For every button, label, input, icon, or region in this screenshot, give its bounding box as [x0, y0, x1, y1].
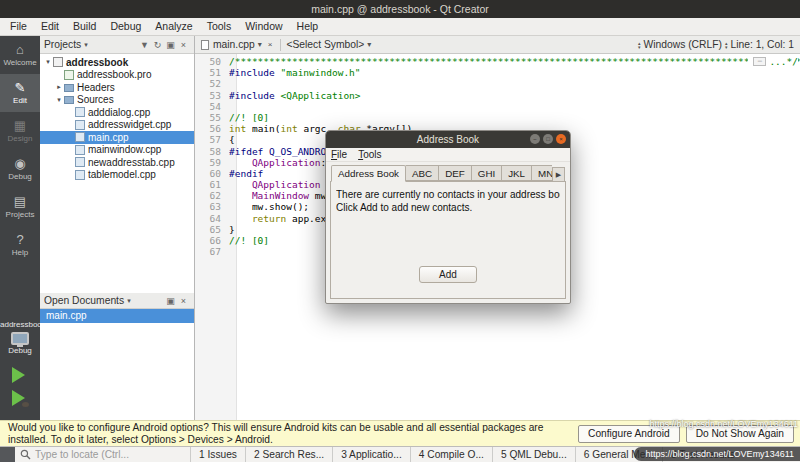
close-pane-icon[interactable]: × — [177, 38, 190, 52]
tree-item-label: addressbook — [66, 57, 128, 68]
expander-icon[interactable]: ▾ — [54, 96, 64, 104]
code-line-50[interactable]: 50/*************************************… — [195, 56, 800, 67]
mode-design[interactable]: ▦Design — [0, 112, 40, 150]
symbol-selector[interactable]: <Select Symbol> — [286, 39, 364, 50]
close-pane-icon[interactable]: × — [177, 294, 190, 308]
tree-item-headers[interactable]: ▸Headers — [40, 81, 194, 94]
mode-welcome[interactable]: ⌂Welcome — [0, 36, 40, 74]
tab-scroll-right-icon[interactable]: ▶ — [552, 167, 565, 182]
code-line-51[interactable]: 51#include "mainwindow.h" — [195, 67, 800, 78]
open-document-main-cpp[interactable]: main.cpp — [40, 309, 194, 323]
line-number: 65 — [195, 224, 229, 235]
filter-icon[interactable]: ▼ — [138, 38, 151, 52]
line-ending-selector[interactable]: Windows (CRLF) — [644, 39, 722, 50]
line-overflow-indicator: — ...*/ — [748, 56, 798, 67]
sync-icon[interactable]: ↻ — [151, 38, 164, 52]
tree-item-addressbook-pro[interactable]: addressbook.pro — [40, 69, 194, 82]
run-button[interactable] — [12, 367, 28, 383]
open-documents-header: Open Documents ▾ ▣ × — [40, 293, 194, 309]
chevron-down-icon[interactable]: ▾ — [367, 40, 371, 49]
line-number: 60 — [195, 168, 229, 179]
code-line-52[interactable]: 52 — [195, 78, 800, 89]
tree-item-adddialog-cpp[interactable]: adddialog.cpp — [40, 106, 194, 119]
code-line-53[interactable]: 53#include <QApplication> — [195, 90, 800, 101]
tree-item-newaddresstab-cpp[interactable]: newaddresstab.cpp — [40, 156, 194, 169]
close-document-icon[interactable]: × — [268, 40, 273, 49]
mode-label: Debug — [8, 172, 32, 181]
expander-icon[interactable]: ▸ — [54, 83, 64, 91]
open-documents-title[interactable]: Open Documents — [44, 295, 124, 306]
expander-icon[interactable]: ▾ — [43, 58, 53, 66]
dialog-tab-def[interactable]: DEF — [439, 165, 472, 181]
fold-marker-icon[interactable]: — — [753, 57, 766, 66]
line-text: //! [0] — [229, 112, 800, 123]
projects-pane-title[interactable]: Projects — [44, 39, 81, 50]
mode-projects[interactable]: ▤Projects — [0, 188, 40, 226]
chevron-down-icon[interactable]: ▾ — [258, 40, 262, 49]
panel-3-applicatio[interactable]: 3 Applicatio... — [332, 447, 410, 462]
dialog-tab-address-book[interactable]: Address Book — [331, 165, 406, 182]
dialog-title: Address Book — [417, 134, 479, 145]
dialog-tab-abc[interactable]: ABC — [406, 165, 439, 181]
maximize-icon[interactable]: □ — [543, 134, 553, 144]
open-documents-list: main.cpp — [40, 309, 194, 420]
menu-edit[interactable]: Edit — [34, 18, 66, 35]
panel-4-compile-o[interactable]: 4 Compile O... — [410, 447, 492, 462]
split-icon[interactable]: ▣ — [164, 38, 177, 52]
kit-selector[interactable]: addressbook Debug — [0, 320, 40, 355]
address-book-window[interactable]: Address Book − □ × FileTools Address Boo… — [325, 130, 571, 304]
dialog-titlebar[interactable]: Address Book − □ × — [326, 131, 570, 148]
menu-build[interactable]: Build — [66, 18, 103, 35]
tree-item-main-cpp[interactable]: main.cpp — [40, 131, 194, 144]
menu-window[interactable]: Window — [238, 18, 289, 35]
tree-item-tablemodel-cpp[interactable]: tablemodel.cpp — [40, 169, 194, 182]
menu-help[interactable]: Help — [290, 18, 326, 35]
toggle-sidebar-button[interactable] — [0, 447, 15, 462]
dialog-tab-mn[interactable]: MN — [532, 165, 552, 181]
locator-placeholder: Type to locate (Ctrl... — [35, 449, 129, 460]
mode-label: Welcome — [3, 58, 36, 67]
tree-item-addressbook[interactable]: ▾addressbook — [40, 56, 194, 69]
dialog-menu-file[interactable]: File — [331, 149, 347, 160]
toolbar-separator — [280, 39, 281, 51]
menu-analyze[interactable]: Analyze — [148, 18, 199, 35]
tree-item-addresswidget-cpp[interactable]: addresswidget.cpp — [40, 119, 194, 132]
mode-debug[interactable]: ◉Debug — [0, 150, 40, 188]
line-number: 59 — [195, 157, 229, 168]
menu-debug[interactable]: Debug — [103, 18, 148, 35]
minimize-icon[interactable]: − — [530, 134, 540, 144]
chevron-down-icon: ▾ — [127, 297, 131, 305]
menu-tools[interactable]: Tools — [200, 18, 239, 35]
open-file-selector[interactable]: main.cpp — [213, 39, 255, 50]
tree-item-label: addressbook.pro — [77, 69, 152, 80]
tree-item-mainwindow-cpp[interactable]: mainwindow.cpp — [40, 144, 194, 157]
code-line-55[interactable]: 55//! [0] — [195, 112, 800, 123]
debug-run-button[interactable] — [12, 390, 28, 406]
menu-file[interactable]: File — [3, 18, 34, 35]
split-icon[interactable]: ▣ — [164, 294, 177, 308]
kit-project-name: addressbook — [0, 320, 40, 329]
projects-icon: ▤ — [14, 195, 26, 209]
tree-item-label: mainwindow.cpp — [88, 144, 161, 155]
welcome-icon: ⌂ — [16, 43, 24, 57]
tree-item-label: newaddresstab.cpp — [88, 157, 175, 168]
close-icon[interactable]: × — [556, 134, 566, 144]
navigation-pane: Projects ▾ ▼ ↻ ▣ × ▾addressbookaddressbo… — [40, 36, 195, 420]
mode-edit[interactable]: ✎Edit — [0, 74, 40, 112]
watermark: https://blog.csdn.net/LOVEmy134611 — [650, 419, 798, 429]
updown-icon: ▴▾ — [725, 41, 728, 49]
tree-item-sources[interactable]: ▾Sources — [40, 94, 194, 107]
panel-1-issues[interactable]: 1 Issues — [190, 447, 245, 462]
dialog-tab-ghi[interactable]: GHI — [472, 165, 502, 181]
mode-help[interactable]: ?Help — [0, 226, 40, 264]
code-line-54[interactable]: 54 — [195, 101, 800, 112]
mode-label: Help — [12, 248, 28, 257]
panel-5-qml-debu[interactable]: 5 QML Debu... — [492, 447, 575, 462]
locator-field[interactable]: Type to locate (Ctrl... — [15, 449, 190, 460]
dialog-menu-tools[interactable]: Tools — [358, 149, 381, 160]
add-button[interactable]: Add — [419, 266, 477, 283]
line-number: 50 — [195, 56, 229, 67]
dialog-tab-jkl[interactable]: JKL — [502, 165, 532, 181]
cursor-position[interactable]: Line: 1, Col: 1 — [730, 39, 794, 50]
panel-2-search-res[interactable]: 2 Search Res... — [245, 447, 332, 462]
